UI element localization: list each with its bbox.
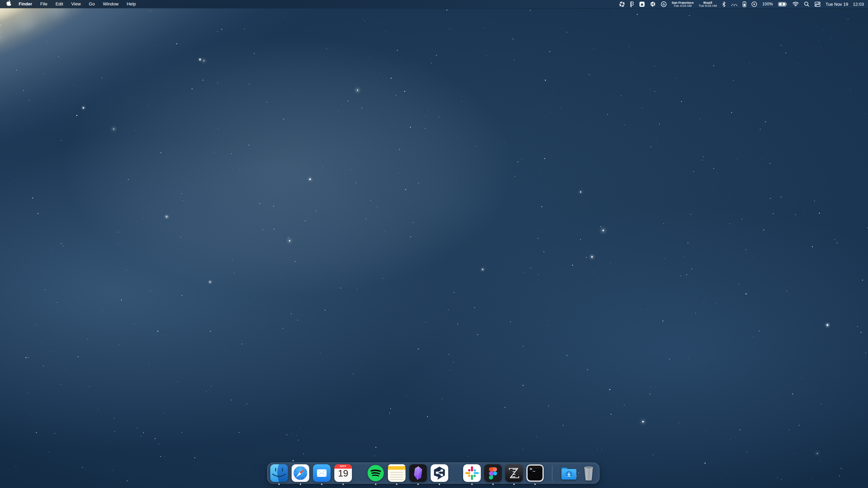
running-indicator (513, 484, 515, 485)
battery-charging-icon[interactable] (778, 0, 787, 8)
world-clock-brazil[interactable]: Brazil Tue 8:03 AM (699, 1, 717, 7)
galaxy-dust-lane (0, 0, 327, 171)
control-center-icon[interactable] (814, 0, 821, 8)
clock-time: Tue 8:03 AM (699, 4, 717, 7)
galaxy-haze (0, 0, 576, 332)
running-indicator (375, 484, 376, 485)
running-indicator (321, 484, 322, 485)
time-label: 12:03 (853, 2, 864, 7)
dock-safari-icon[interactable] (291, 464, 310, 482)
desktop: Finder File Edit View Go Window Help (0, 0, 868, 488)
dock-trash-icon[interactable] (579, 464, 598, 482)
menu-edit[interactable]: Edit (52, 0, 67, 8)
device-battery-icon[interactable] (743, 0, 746, 8)
dock-mail-icon[interactable] (313, 464, 331, 482)
dock-calendar-icon[interactable]: NOV 19 (334, 464, 352, 482)
svg-text:G: G (663, 2, 665, 6)
clock-time: Tue 4:03 AM (673, 4, 692, 7)
menu-bar-clock[interactable]: Tue Nov 19 12:03 (826, 2, 864, 7)
running-indicator (534, 484, 536, 485)
apple-menu[interactable] (6, 0, 15, 8)
figma-menubar-icon[interactable] (630, 0, 634, 8)
dock-zed-icon[interactable] (505, 464, 523, 482)
dock-figma-icon[interactable] (484, 464, 502, 482)
calendar-month-label: NOV (334, 465, 352, 468)
hexagon-share-menubar-icon[interactable] (650, 0, 656, 8)
dotted-arc-icon[interactable] (731, 0, 737, 8)
stars-layer (0, 0, 868, 488)
dock-spotify-icon[interactable] (367, 464, 385, 482)
running-indicator (471, 484, 473, 485)
now-playing-icon[interactable] (751, 0, 757, 8)
running-indicator (278, 484, 280, 485)
menu-go[interactable]: Go (85, 0, 99, 8)
galaxy-dust-lane-2 (0, 0, 202, 102)
dock-notes-icon[interactable] (388, 464, 406, 482)
battery-percent: 100% (762, 2, 773, 6)
date-label: Tue Nov 19 (826, 2, 848, 7)
running-indicator (300, 484, 301, 485)
wallpaper-sky (0, 0, 868, 488)
dock-separator (552, 465, 552, 481)
dock-slack-icon[interactable] (463, 464, 481, 482)
dock-downloads-icon[interactable] (560, 464, 578, 482)
running-indicator (342, 484, 344, 485)
apple-logo-icon (6, 0, 11, 8)
menu-window[interactable]: Window (99, 0, 122, 8)
menu-view[interactable]: View (67, 0, 85, 8)
dock-hexagon-chat-icon[interactable] (430, 464, 449, 482)
galaxy-tail (0, 0, 176, 114)
sunburst-status-icon[interactable] (619, 0, 625, 8)
running-indicator (396, 484, 397, 485)
menu-bar: Finder File Edit View Go Window Help (0, 0, 868, 8)
dock-finder-icon[interactable] (270, 464, 288, 482)
triangle-app-icon[interactable] (639, 0, 645, 8)
galaxy-band (0, 0, 595, 382)
world-clock-san-francisco[interactable]: San Francisco Tue 4:03 AM (672, 1, 694, 7)
running-indicator (492, 484, 494, 485)
dock-obsidian-icon[interactable] (409, 464, 427, 482)
wifi-icon[interactable] (792, 0, 799, 8)
menu-file[interactable]: File (36, 0, 52, 8)
galaxy-underglow (0, 0, 240, 175)
dock-terminal-icon[interactable]: >_ (526, 464, 544, 482)
calendar-day-label: 19 (334, 468, 352, 479)
wallpaper (0, 0, 868, 488)
bluetooth-icon[interactable] (722, 0, 726, 8)
menu-app-name[interactable]: Finder (15, 0, 36, 8)
menu-help[interactable]: Help (123, 0, 140, 8)
terminal-prompt-glyph: >_ (530, 466, 536, 471)
running-indicator (417, 484, 419, 485)
g-circle-icon[interactable]: G (661, 0, 667, 8)
spotlight-icon[interactable] (804, 0, 809, 8)
galaxy-core (0, 0, 172, 120)
running-indicator (439, 484, 440, 485)
galaxy-band-ridge (0, 0, 362, 195)
